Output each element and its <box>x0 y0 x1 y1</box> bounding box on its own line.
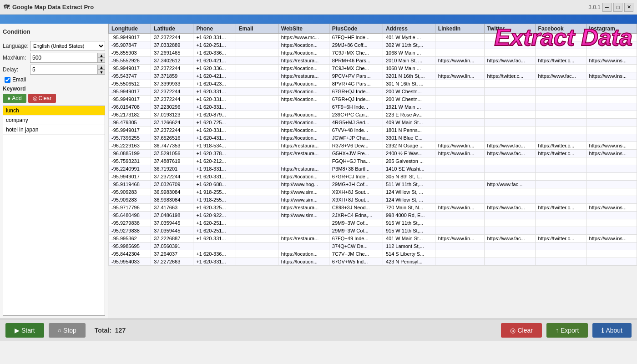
table-cell: 29M9+3W Cof... <box>329 219 383 227</box>
table-cell: 37.2372244 <box>151 173 193 181</box>
table-row[interactable]: -95.998569537.0560391374Q+CW De...112 La… <box>109 243 637 250</box>
table-cell: https://location... <box>278 126 329 134</box>
table-cell: -96.0885199 <box>109 150 151 157</box>
keyword-item[interactable]: hotel in japan <box>3 125 105 135</box>
table-cell: 4RG5+MJ Sed... <box>329 119 383 126</box>
about-button[interactable]: ℹ About <box>592 323 632 338</box>
table-row[interactable]: -95.739625537.6526516+1 620-431...https:… <box>109 134 637 142</box>
email-label[interactable]: Email <box>12 76 26 83</box>
table-cell: https://www.ins... <box>586 72 637 80</box>
table-row[interactable]: -95.927983837.0359445+1 620-251...29M9+3… <box>109 219 637 227</box>
table-cell: 915 W 11th St,... <box>383 219 435 227</box>
table-row[interactable]: -95.555292637.3402612+1 620-421...https:… <box>109 57 637 65</box>
table-cell <box>236 235 278 243</box>
maxnum-down[interactable]: ▼ <box>98 58 105 63</box>
start-button[interactable]: ▶ Start <box>5 323 44 338</box>
table-row[interactable]: -96.47930537.1266624+1 620-725...https:/… <box>109 119 637 126</box>
table-row[interactable]: -95.550651237.3399933+1 620-423...https:… <box>109 80 637 88</box>
table-cell <box>435 88 484 96</box>
table-cell: https://location... <box>278 80 329 88</box>
table-cell <box>484 212 535 219</box>
table-cell: 305 N 8th St, I... <box>383 173 435 181</box>
table-cell: -96.2240991 <box>109 165 151 173</box>
maxnum-up[interactable]: ▲ <box>98 53 105 58</box>
table-cell <box>484 119 535 126</box>
email-checkbox[interactable] <box>5 77 10 83</box>
table-row[interactable]: -95.85590337.2691465+1 620-336...https:/… <box>109 49 637 57</box>
table-row[interactable]: -95.994901737.2372244+1 620-331...https:… <box>109 34 637 41</box>
table-cell <box>236 157 278 165</box>
table-cell: 37.0193123 <box>151 111 193 119</box>
table-row[interactable]: -96.224099136.719201+1 918-331...https:/… <box>109 165 637 173</box>
keyword-item[interactable]: lunch <box>3 106 105 116</box>
table-row[interactable]: -96.019470837.2230296+1 620-331...67F9+6… <box>109 103 637 111</box>
delay-down[interactable]: ▼ <box>98 70 105 75</box>
add-keyword-button[interactable]: ● Add <box>3 94 26 103</box>
export-button[interactable]: ↑ Export <box>546 323 588 338</box>
table-cell <box>236 212 278 219</box>
table-row[interactable]: -95.995403337.2272663+1 620-331...https:… <box>109 258 637 266</box>
table-row[interactable]: -96.222916336.7477353+1 918-534...https:… <box>109 142 637 150</box>
table-cell <box>236 65 278 72</box>
table-cell: https://www.ins... <box>586 57 637 65</box>
table-cell <box>236 111 278 119</box>
table-row[interactable]: -95.99536237.2226887+1 620-331...https:/… <box>109 235 637 243</box>
app-icon: 🗺 <box>4 4 10 10</box>
minimize-button[interactable]: ─ <box>602 3 612 12</box>
table-row[interactable]: -95.54374737.371859+1 620-421...https://… <box>109 72 637 80</box>
table-cell: +1 620-336... <box>193 65 236 72</box>
maxnum-input[interactable] <box>30 53 98 63</box>
table-row[interactable]: -95.994901737.2372244+1 620-331...https:… <box>109 173 637 181</box>
delay-input[interactable] <box>30 65 98 75</box>
table-cell <box>484 196 535 204</box>
table-cell: 9PCV+PV Pars... <box>329 72 383 80</box>
table-cell <box>484 65 535 72</box>
table-cell: 112 Lamont St,... <box>383 243 435 250</box>
table-row[interactable]: -95.90784737.0332889+1 620-251...https:/… <box>109 41 637 49</box>
clear-bottom-button[interactable]: ◎ Clear <box>501 323 541 338</box>
table-cell <box>236 119 278 126</box>
table-row[interactable]: -95.994901737.2372244+1 620-331...https:… <box>109 126 637 134</box>
table-row[interactable]: -95.994901737.2372244+1 620-331...https:… <box>109 96 637 103</box>
table-row[interactable]: -95.994901737.2372244+1 620-331...https:… <box>109 88 637 96</box>
table-cell <box>236 165 278 173</box>
language-select[interactable]: English (United States) <box>30 41 105 51</box>
table-cell <box>586 227 637 235</box>
table-cell <box>236 126 278 134</box>
table-cell: https://location... <box>278 134 329 142</box>
table-row[interactable]: -95.994901737.2372244+1 620-336...https:… <box>109 65 637 72</box>
table-cell: 1801 N Penns... <box>383 126 435 134</box>
table-cell <box>236 219 278 227</box>
table-container[interactable]: LongitudeLatitudePhoneEmailWebSitePlusCo… <box>108 24 637 318</box>
table-row[interactable]: -95.927983837.0359445+1 620-251...29M9+3… <box>109 227 637 235</box>
title-bar: 🗺 Google Map Data Extract Pro 3.0.1 ─ □ … <box>0 0 637 15</box>
table-row[interactable]: -95.759323137.4887619+1 620-212...FGQH+G… <box>109 157 637 165</box>
table-cell: http://www.hog... <box>278 181 329 188</box>
table-row[interactable]: -95.844230437.264037+1 620-336...https:/… <box>109 250 637 258</box>
table-row[interactable]: -95.90928336.9983084+1 918-255...http://… <box>109 196 637 204</box>
add-label: Add <box>12 95 21 101</box>
table-row[interactable]: -95.911946837.0326709+1 620-688...http:/… <box>109 181 637 188</box>
table-cell: 67GR+QJ Inde... <box>329 88 383 96</box>
close-button[interactable]: ✕ <box>624 3 633 12</box>
column-header: Address <box>383 24 435 34</box>
table-cell: 37.2230296 <box>151 103 193 111</box>
table-cell: 67GR+CJ Inde... <box>329 173 383 181</box>
keyword-item[interactable]: company <box>3 116 105 125</box>
table-cell: -95.855903 <box>109 49 151 57</box>
maximize-button[interactable]: □ <box>613 3 622 12</box>
table-row[interactable]: -95.971779637.417663+1 620-325...https:/… <box>109 204 637 212</box>
table-cell: JGWF+JP Cha... <box>329 134 383 142</box>
table-row[interactable]: -95.648049837.0486198+1 620-922...http:/… <box>109 212 637 219</box>
delay-up[interactable]: ▲ <box>98 65 105 70</box>
stop-button[interactable]: ○ Stop <box>49 323 86 338</box>
table-cell <box>586 212 637 219</box>
table-cell: +1 620-331... <box>193 258 236 266</box>
table-row[interactable]: -95.90928336.9983084+1 918-255...http://… <box>109 188 637 196</box>
table-row[interactable]: -96.088519937.5291056+1 620-378...https:… <box>109 150 637 157</box>
table-cell <box>236 173 278 181</box>
clear-keyword-button[interactable]: ◎ Clear <box>28 94 56 103</box>
table-row[interactable]: -96.217318237.0193123+1 620-879...https:… <box>109 111 637 119</box>
table-cell <box>435 219 484 227</box>
table-cell <box>535 96 586 103</box>
